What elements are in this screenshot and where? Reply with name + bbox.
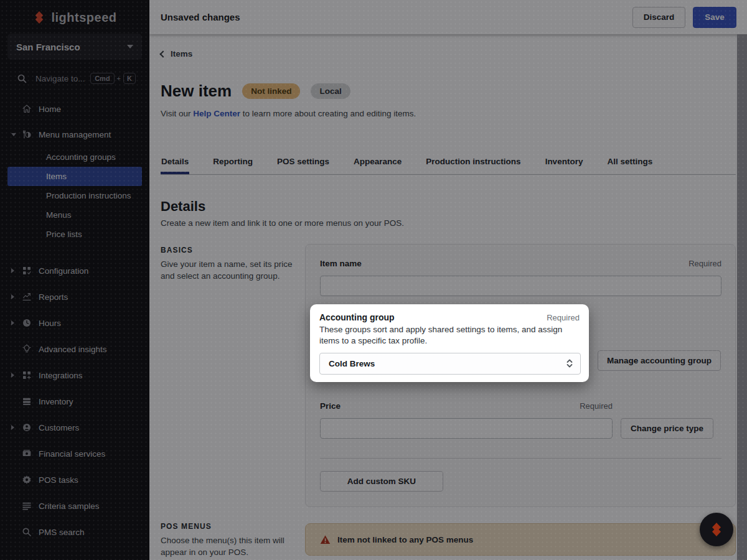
accounting-group-label: Accounting group <box>319 312 395 322</box>
accounting-group-select[interactable]: Cold Brews <box>319 353 581 375</box>
lightspeed-flame-icon <box>709 522 724 537</box>
accounting-group-selected-value: Cold Brews <box>329 359 375 368</box>
tour-dim-overlay <box>0 0 747 560</box>
select-updown-icon <box>566 359 573 368</box>
accounting-group-description: These groups sort and apply shared setti… <box>319 324 581 347</box>
assistant-fab-button[interactable] <box>700 513 733 546</box>
accounting-group-spotlight: Accounting group Required These groups s… <box>310 304 589 382</box>
accounting-group-required: Required <box>547 313 580 322</box>
